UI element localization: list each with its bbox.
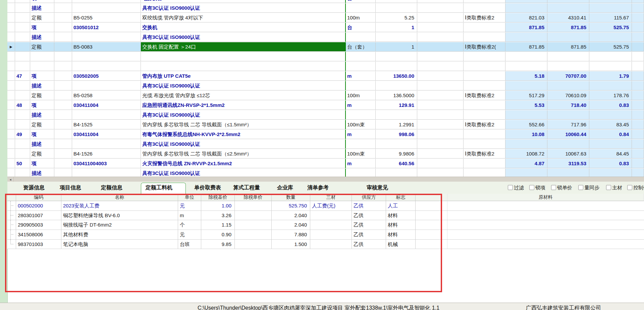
cell-name[interactable]: 交换机 — [141, 23, 346, 32]
cell-supply[interactable]: 乙供 — [352, 220, 386, 230]
cell-qty[interactable] — [376, 139, 417, 149]
cell-p2[interactable] — [547, 81, 589, 90]
cell-p3[interactable] — [589, 139, 632, 149]
cell-type[interactable]: 描述 — [30, 33, 54, 42]
cell-sel[interactable] — [7, 81, 15, 90]
cell-name[interactable]: 铜芯塑料绝缘导线 BV-6.0 — [61, 211, 178, 220]
cell-p1[interactable] — [505, 52, 547, 61]
cell-name[interactable]: 具有3C认证 ISO9000认证 — [141, 33, 346, 42]
quota-grid-row[interactable]: 描述具有3C认证 ISO9000认证 — [7, 169, 644, 177]
cell-p2[interactable] — [547, 169, 589, 177]
cell-e1[interactable] — [417, 169, 464, 177]
cell-sel[interactable] — [7, 13, 15, 22]
cell-seq[interactable] — [15, 0, 30, 3]
cell-base[interactable]: 1.15 — [201, 220, 235, 230]
quota-grid-row[interactable]: 定额B4-1526管内穿线 多芯软导线 二芯 导线截面（≤2.5mm²）100m… — [7, 149, 644, 159]
cell-code[interactable]: B5-0258 — [72, 91, 141, 100]
tab-unit-price-fee-table[interactable]: 单价取费表 — [194, 184, 221, 191]
tab-resource-info[interactable]: 资源信息 — [23, 184, 45, 191]
cell-sel[interactable] — [7, 62, 15, 71]
cell-qty[interactable] — [376, 62, 417, 71]
cell-p1[interactable]: 552.66 — [505, 120, 547, 129]
cell-seq[interactable]: 47 — [15, 71, 30, 81]
cell-code[interactable]: 341508006 — [16, 230, 61, 239]
resource-row[interactable]: 280301007铜芯塑料绝缘导线 BV-6.0m3.262.040乙供材料 — [7, 211, 644, 221]
cell-sel[interactable] — [7, 52, 15, 61]
cell-qty[interactable]: 525.750 — [272, 201, 310, 210]
cell-sel[interactable] — [7, 91, 15, 100]
cell-flag[interactable]: 材料 — [386, 230, 416, 239]
cell-p4[interactable] — [632, 71, 644, 81]
cell-code[interactable] — [72, 52, 141, 61]
cell-unit[interactable]: 100m束 — [346, 120, 376, 129]
cell-code[interactable] — [72, 169, 141, 177]
cell-fee[interactable]: Ⅰ类取费标准2 — [464, 149, 505, 159]
cell-fee[interactable] — [464, 33, 505, 42]
checkbox-quantity-sync[interactable]: 量同步 — [578, 185, 599, 191]
cell-qty[interactable]: 9.9806 — [376, 149, 417, 159]
cell-type[interactable]: 描述 — [30, 3, 54, 13]
cell-p4[interactable] — [632, 159, 644, 168]
cell-name[interactable]: 具有3C认证 ISO9000认证 — [141, 81, 346, 90]
cell-p2[interactable]: 10060.44 — [547, 130, 589, 139]
cell-e[interactable] — [416, 240, 447, 249]
cell-type[interactable]: 定额 — [30, 91, 54, 100]
cell-unit[interactable]: m — [346, 71, 376, 81]
cell-qty[interactable]: 2.040 — [272, 220, 310, 230]
cell-base[interactable]: 1.00 — [201, 201, 235, 210]
cell-e[interactable] — [416, 211, 447, 220]
cell-p1[interactable]: 4.87 — [505, 159, 547, 168]
cell-raw[interactable] — [447, 240, 644, 249]
quota-grid-row[interactable]: 50项030411004003火灾报警信号总线 ZN-RVVP-2x1.5mm2… — [7, 159, 644, 169]
cell-p4[interactable] — [632, 139, 644, 149]
cell-e1[interactable] — [417, 3, 464, 13]
cell-sel[interactable] — [7, 169, 15, 177]
cell-unit[interactable] — [346, 110, 376, 120]
cell-unit[interactable]: 台 — [346, 0, 376, 3]
cell-seq[interactable]: 50 — [15, 159, 30, 168]
cell-name[interactable]: 双绞线缆 管内穿放 4对以下 — [141, 13, 346, 22]
cell-code[interactable]: 280301007 — [16, 211, 61, 220]
cell-code[interactable]: B4-1525 — [72, 120, 141, 129]
cell-p3[interactable]: 0.83 — [589, 101, 632, 110]
cell-flag[interactable]: 机械 — [386, 240, 416, 249]
quota-grid-empty-row[interactable] — [7, 52, 644, 62]
cell-tree[interactable] — [7, 211, 16, 220]
cell-p3[interactable] — [589, 110, 632, 120]
quota-grid-row[interactable]: ▶定额B5-0083交换机 固定配置 ＞24口台（套）1Ⅰ类取费标准2(871.… — [7, 42, 644, 52]
cell-seq[interactable] — [15, 52, 30, 61]
cell-sp[interactable] — [54, 101, 72, 110]
cell-p2[interactable]: 70707.00 — [547, 71, 589, 81]
cell-sel[interactable] — [7, 0, 15, 3]
cell-e1[interactable] — [417, 0, 464, 3]
cell-sc[interactable] — [310, 211, 352, 220]
cell-p4[interactable] — [632, 130, 644, 139]
cell-name[interactable]: 交换机 固定配置 ＞24口 — [141, 42, 346, 52]
quota-grid-row[interactable]: 描述具有3C认证 ISO9000认证 — [7, 33, 644, 42]
quota-grid-row[interactable]: 48项030411004应急照明通讯线ZN-RVSP-2*1.5mm2m129.… — [7, 101, 644, 110]
cell-base[interactable]: 9.85 — [201, 240, 235, 249]
cell-type[interactable]: 定额 — [30, 42, 54, 52]
cell-fee[interactable]: Ⅰ类取费标准2( — [464, 42, 505, 52]
cell-e1[interactable] — [417, 149, 464, 159]
cell-p4[interactable] — [632, 13, 644, 22]
cell-fee[interactable] — [464, 71, 505, 81]
cell-qty[interactable] — [376, 110, 417, 120]
quota-items-grid[interactable]: 项030501011电源设备 GZDW-1222台15.221111.171.0… — [7, 0, 644, 177]
quota-grid-empty-row[interactable] — [7, 62, 644, 71]
cell-unit[interactable]: 元 — [178, 201, 201, 210]
cell-p2[interactable]: 717.96 — [547, 120, 589, 129]
cell-code[interactable] — [72, 81, 141, 90]
cell-p3[interactable]: 178.76 — [589, 91, 632, 100]
cell-e1[interactable] — [417, 101, 464, 110]
cell-p4[interactable] — [632, 169, 644, 177]
cell-p4[interactable] — [632, 0, 644, 3]
cell-sp[interactable] — [54, 23, 72, 32]
cell-seq[interactable] — [15, 13, 30, 22]
cell-unit[interactable]: 台 — [346, 23, 376, 32]
cell-type[interactable]: 描述 — [30, 169, 54, 177]
cell-e1[interactable] — [417, 33, 464, 42]
cell-unit[interactable]: 100m束 — [346, 149, 376, 159]
cell-raw[interactable] — [447, 201, 644, 210]
tab-review-opinion[interactable]: 审核意见 — [367, 184, 388, 191]
